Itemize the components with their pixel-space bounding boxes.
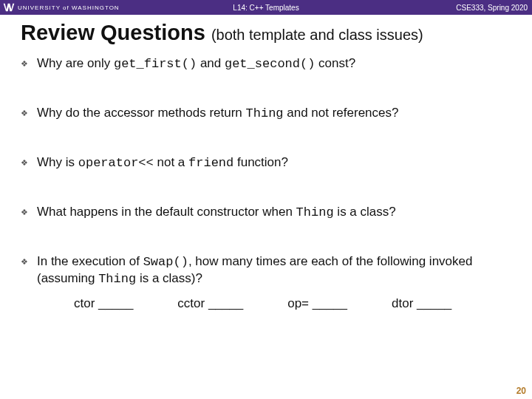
bullet-icon: ❖ xyxy=(21,256,28,267)
blanks-row: ctor _____ cctor _____ op= _____ dtor __… xyxy=(37,296,511,312)
brand: UNIVERSITY of WASHINGTON xyxy=(0,2,120,13)
blank-opeq: op= _____ xyxy=(287,296,347,312)
slide-content: Review Questions (both template and clas… xyxy=(0,15,532,312)
blank-ctor: ctor _____ xyxy=(74,296,133,312)
course-term: CSE333, Spring 2020 xyxy=(456,4,528,12)
uw-logo-icon xyxy=(3,2,15,13)
list-item: ❖ In the execution of Swap(), how many t… xyxy=(21,253,511,311)
list-item: ❖ Why are only get_first() and get_secon… xyxy=(21,55,511,72)
lecture-title: L14: C++ Templates xyxy=(233,4,299,12)
question-list: ❖ Why are only get_first() and get_secon… xyxy=(21,55,511,312)
blank-cctor: cctor _____ xyxy=(177,296,243,312)
list-item: ❖ Why do the accessor methods return Thi… xyxy=(21,105,511,122)
brand-text: UNIVERSITY of WASHINGTON xyxy=(18,4,120,11)
list-item: ❖ What happens in the default constructo… xyxy=(21,204,511,221)
bullet-icon: ❖ xyxy=(21,207,28,217)
title-main: Review Questions xyxy=(21,21,205,44)
page-title: Review Questions (both template and clas… xyxy=(21,21,511,45)
bullet-icon: ❖ xyxy=(21,58,28,69)
slide-header: UNIVERSITY of WASHINGTON L14: C++ Templa… xyxy=(0,0,532,15)
page-number: 20 xyxy=(516,386,526,396)
title-sub: (both template and class issues) xyxy=(211,27,423,43)
list-item: ❖ Why is operator<< not a friend functio… xyxy=(21,154,511,171)
bullet-icon: ❖ xyxy=(21,157,28,168)
blank-dtor: dtor _____ xyxy=(392,296,451,312)
bullet-icon: ❖ xyxy=(21,108,28,118)
